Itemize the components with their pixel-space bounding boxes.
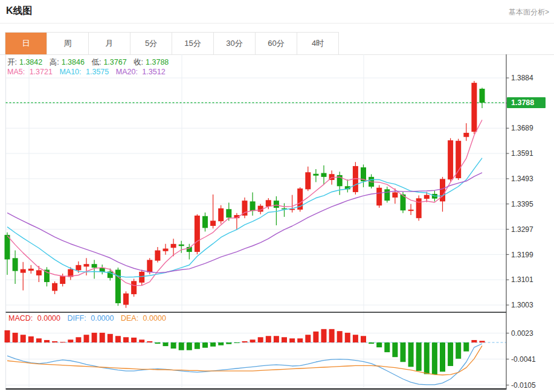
svg-text:1.3689: 1.3689 <box>511 124 533 132</box>
close-value: 1.3788 <box>146 58 169 66</box>
tab-15min[interactable]: 15分 <box>172 33 214 54</box>
diff-value: 0.0000 <box>91 314 114 323</box>
svg-text:-0.0041: -0.0041 <box>511 355 536 364</box>
svg-text:1.3493: 1.3493 <box>511 175 533 183</box>
svg-text:1.3788: 1.3788 <box>511 98 534 107</box>
dea-label: DEA: <box>121 314 138 323</box>
open-value: 1.3842 <box>19 58 42 66</box>
high-label: 高: <box>50 58 59 66</box>
svg-text:1.3591: 1.3591 <box>511 149 533 158</box>
title-divider <box>0 23 554 24</box>
high-value: 1.3846 <box>62 58 85 66</box>
tab-30min[interactable]: 30分 <box>214 33 256 54</box>
kline-chart-canvas[interactable]: 1.38841.36891.35911.34931.33951.32971.31… <box>0 54 554 392</box>
svg-text:-0.0105: -0.0105 <box>511 381 536 390</box>
macd-value: 0.0000 <box>37 314 60 323</box>
period-tab-bar: 日 周 月 5分 15分 30分 60分 4时 <box>5 32 339 54</box>
ma10-label: MA10: <box>59 68 81 76</box>
macd-legend: MACD: 0.0000 DIFF: 0.0000 DEA: 0.0000 <box>8 314 171 323</box>
low-value: 1.3767 <box>103 58 126 66</box>
svg-text:1.3884: 1.3884 <box>511 74 533 82</box>
tab-week[interactable]: 周 <box>47 33 89 54</box>
svg-text:1.3101: 1.3101 <box>511 275 533 284</box>
svg-text:1.3297: 1.3297 <box>511 225 533 234</box>
kline-widget: { "header": { "title": "K线图", "link": "基… <box>0 0 554 392</box>
fundamental-analysis-link[interactable]: 基本面分析> <box>509 7 549 18</box>
ma10-value: 1.3575 <box>86 68 109 76</box>
ma20-label: MA20: <box>116 68 138 76</box>
dea-value: 0.0000 <box>143 314 166 323</box>
tab-4hour[interactable]: 4时 <box>297 33 339 54</box>
tab-5min[interactable]: 5分 <box>130 33 172 54</box>
ma20-value: 1.3512 <box>142 68 165 76</box>
svg-text:1.3199: 1.3199 <box>511 251 533 259</box>
macd-label: MACD: <box>8 314 33 323</box>
ma-legend: MA5: 1.3721 MA10: 1.3575 MA20: 1.3512 <box>7 68 170 76</box>
ma5-label: MA5: <box>7 68 25 76</box>
svg-text:1.3395: 1.3395 <box>511 200 533 208</box>
ma5-value: 1.3721 <box>30 68 53 76</box>
tab-day[interactable]: 日 <box>5 33 47 54</box>
page-title: K线图 <box>6 5 33 18</box>
tab-month[interactable]: 月 <box>89 33 130 54</box>
tab-60min[interactable]: 60分 <box>256 33 297 54</box>
ohlc-legend: 开:1.3842 高:1.3846 低:1.3767 收:1.3788 <box>7 57 173 68</box>
svg-text:1.3003: 1.3003 <box>511 301 533 309</box>
diff-label: DIFF: <box>67 314 86 323</box>
close-label: 收: <box>134 58 143 66</box>
open-label: 开: <box>7 58 17 66</box>
svg-text:0.0023: 0.0023 <box>511 329 533 338</box>
low-label: 低: <box>91 58 101 66</box>
